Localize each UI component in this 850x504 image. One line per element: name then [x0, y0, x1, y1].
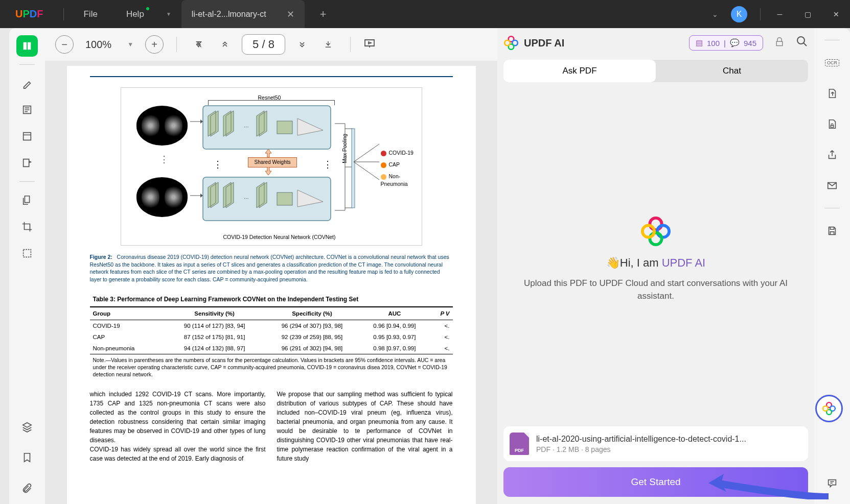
last-page-button[interactable] — [319, 35, 337, 54]
page-indicator[interactable]: 5 / 8 — [242, 34, 285, 55]
table-row: COVID-1990 (114 of 127) [83, 94]96 (294 … — [90, 320, 453, 331]
ai-file-card[interactable]: PDF li-et-al-2020-using-artificial-intel… — [503, 426, 808, 461]
get-started-button[interactable]: Get Started — [503, 467, 808, 497]
ai-description: Upload this PDF to UPDF Cloud and start … — [523, 277, 789, 303]
table-row: Non-pneumonia94 (124 of 132) [88, 97]96 … — [90, 343, 453, 354]
svg-line-9 — [354, 162, 379, 180]
close-button[interactable]: ✕ — [822, 0, 850, 28]
minimize-button[interactable]: ─ — [766, 0, 794, 28]
edit-text-tool[interactable] — [16, 99, 38, 121]
zoom-out-button[interactable]: − — [55, 35, 74, 54]
svg-line-7 — [354, 144, 379, 162]
pdf-page: Resnet50 ⋮ ··· ··· Shared Weights ⋮ ⋮ Ma… — [67, 66, 476, 504]
presentation-button[interactable] — [363, 37, 376, 52]
first-page-button[interactable] — [190, 35, 208, 54]
zoom-level[interactable]: 100% — [81, 39, 116, 51]
highlight-tool[interactable] — [16, 73, 38, 94]
svg-text:···: ··· — [244, 124, 249, 130]
svg-rect-5 — [277, 193, 292, 205]
svg-rect-2 — [277, 121, 292, 134]
prev-page-button[interactable] — [216, 35, 234, 54]
svg-line-17 — [803, 43, 807, 46]
zoom-dropdown-icon[interactable]: ▼ — [123, 41, 137, 48]
comment-icon[interactable] — [821, 472, 843, 494]
tab-chat[interactable]: Chat — [656, 60, 808, 82]
lock-icon[interactable] — [774, 37, 785, 50]
file-name: li-et-al-2020-using-artificial-intellige… — [536, 435, 746, 444]
figure-caption: Figure 2: Coronavirus disease 2019 (COVI… — [90, 253, 453, 283]
app-logo: UPDF — [0, 8, 58, 20]
ai-panel: UPDF AI ▤100 | 💬945 Ask PDF Chat 👋Hi, I … — [497, 28, 814, 504]
page-layout-tool[interactable] — [16, 126, 38, 147]
menu-file[interactable]: File — [69, 9, 111, 19]
table-row: CAP87 (152 of 175) [81, 91]92 (239 of 25… — [90, 331, 453, 343]
svg-text:···: ··· — [244, 195, 249, 201]
form-tool[interactable] — [16, 152, 38, 174]
ai-credits-badge[interactable]: ▤100 | 💬945 — [689, 35, 763, 51]
user-avatar[interactable]: K — [731, 6, 747, 22]
table-3: Table 3: Performance of Deep Learning Fr… — [90, 294, 453, 380]
ai-tabs: Ask PDF Chat — [503, 60, 808, 82]
right-toolbar: OCR — [814, 28, 850, 504]
new-tab-button[interactable]: + — [315, 3, 332, 26]
next-page-button[interactable] — [293, 35, 311, 54]
document-tab[interactable]: li-et-al-2...lmonary-ct ✕ — [181, 0, 305, 28]
tab-ask-pdf[interactable]: Ask PDF — [503, 60, 656, 82]
pages-tool[interactable] — [16, 189, 38, 211]
save-icon[interactable] — [821, 220, 843, 242]
layers-icon[interactable] — [16, 416, 38, 438]
zoom-in-button[interactable]: + — [145, 35, 164, 54]
ocr-icon[interactable]: OCR — [821, 52, 843, 74]
ai-panel-title: UPDF AI — [524, 37, 684, 49]
maximize-button[interactable]: ▢ — [794, 0, 822, 28]
titlebar: UPDF File Help ▼ li-et-al-2...lmonary-ct… — [0, 0, 850, 28]
ai-greeting: 👋Hi, I am UPDF AI — [606, 256, 705, 270]
protect-icon[interactable] — [821, 113, 843, 135]
svg-point-15 — [504, 40, 510, 46]
figure-2: Resnet50 ⋮ ··· ··· Shared Weights ⋮ ⋮ Ma… — [121, 87, 422, 246]
reader-tool[interactable] — [16, 35, 38, 57]
svg-point-16 — [797, 37, 805, 44]
pdf-file-icon: PDF — [510, 433, 529, 455]
menu-help[interactable]: Help — [112, 9, 158, 19]
crop-tool[interactable] — [16, 216, 38, 237]
tab-close-icon[interactable]: ✕ — [287, 9, 294, 20]
search-icon[interactable] — [796, 35, 808, 51]
body-text: which included 1292 COVID-19 CT scans. M… — [90, 390, 453, 463]
share-icon[interactable] — [821, 144, 843, 165]
tab-title: li-et-al-2...lmonary-ct — [192, 10, 266, 19]
email-icon[interactable] — [821, 175, 843, 196]
attachment-icon[interactable] — [16, 477, 38, 499]
ai-floating-button[interactable] — [815, 395, 843, 422]
updf-ai-big-logo-icon — [641, 217, 671, 246]
convert-icon[interactable] — [821, 83, 843, 104]
top-toolbar: − 100% ▼ + 5 / 8 — [45, 28, 497, 61]
tab-list-dropdown[interactable]: ▼ — [158, 4, 179, 25]
svg-point-25 — [823, 406, 828, 411]
updf-ai-logo-icon — [503, 35, 519, 51]
document-viewport[interactable]: Resnet50 ⋮ ··· ··· Shared Weights ⋮ ⋮ Ma… — [45, 61, 497, 504]
window-dropdown-icon[interactable]: ⌄ — [707, 10, 723, 18]
file-meta: PDF · 1.2 MB · 8 pages — [536, 445, 746, 453]
svg-point-21 — [642, 225, 654, 237]
bookmark-icon[interactable] — [16, 447, 38, 468]
redact-tool[interactable] — [16, 243, 38, 264]
